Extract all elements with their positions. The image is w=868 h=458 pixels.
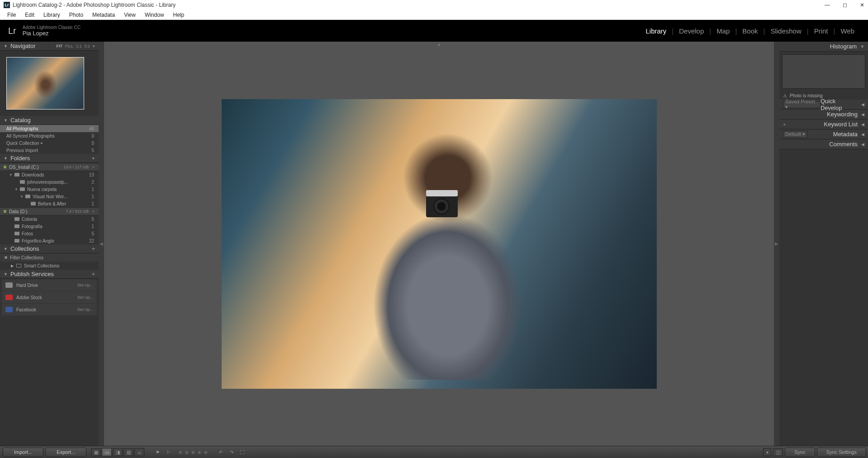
setup-link[interactable]: Set Up... [77,283,93,287]
navigator-thumbnail[interactable] [6,57,84,110]
maximize-button[interactable]: ◻ [843,2,847,8]
crop-icon[interactable]: ⛶ [237,448,247,456]
warning-icon: ⚠ [783,93,787,98]
chevron-left-icon: ◀ [861,142,864,147]
search-icon [5,256,7,259]
catalog-item[interactable]: All Synced Photographs0 [0,132,99,139]
menu-help[interactable]: Help [169,12,189,18]
folder-item[interactable]: Frigorifico Anglo22 [0,237,99,244]
menu-bar: FileEditLibraryPhotoMetadataViewWindowHe… [0,10,868,20]
sync-toggle-icon[interactable]: ◫ [773,448,783,456]
filter-dropdown-icon[interactable]: ▾ [763,448,771,456]
folder-item[interactable]: Colonia5 [0,215,99,223]
flag-pick-icon[interactable]: ⚑ [152,448,162,456]
dropdown[interactable]: Saved Preset ▾ [783,101,821,108]
minimize-button[interactable]: — [825,2,830,8]
grid-view-icon[interactable]: ▦ [91,448,101,456]
export-button[interactable]: Export... [45,448,86,457]
user-name: Pia Lopez [23,30,81,37]
catalog-item[interactable]: All Photographs46 [0,125,99,132]
panel-header-quick-develop[interactable]: Saved Preset ▾Quick Develop◀ [779,100,868,110]
add-icon[interactable]: + [783,122,786,127]
folder-item[interactable]: johnoverexposedp...2 [0,178,99,186]
rotate-ccw-icon[interactable]: ↶ [216,448,226,456]
navigator-preview[interactable] [0,51,99,116]
add-collection-button[interactable]: + [91,245,95,252]
add-folder-button[interactable]: + [91,155,95,162]
loupe-view-icon[interactable]: ▭ [102,448,112,456]
rating-stars[interactable]: ★★★★★ [178,449,209,456]
catalog-item[interactable]: Quick Collection +0 [0,139,99,147]
flag-reject-icon[interactable]: ⚐ [163,448,173,456]
folder-item[interactable]: Fotos5 [0,230,99,237]
menu-library[interactable]: Library [39,12,65,18]
main-photo[interactable] [222,99,657,389]
menu-metadata[interactable]: Metadata [88,12,119,18]
chevron-down-icon: ▼ [4,247,8,251]
module-map[interactable]: Map [711,27,735,35]
menu-window[interactable]: Window [140,12,169,18]
menu-photo[interactable]: Photo [65,12,88,18]
sync-button[interactable]: Sync [785,448,815,457]
smart-collections-row[interactable]: ▶ Smart Collections [0,262,99,270]
filter-collections-row[interactable]: Filter Collections [0,253,99,262]
zoom-3-1[interactable]: 3:1 [84,44,90,48]
setup-link[interactable]: Set Up... [77,307,93,312]
publish-service-item[interactable]: Adobe StockSet Up... [2,291,97,303]
compare-view-icon[interactable]: ◨ [113,448,123,456]
folder-item[interactable]: ▼Visual Noir Wor...1 [0,193,99,200]
folder-item[interactable]: Before & After1 [0,200,99,207]
folder-item[interactable]: ▼Downloads13 [0,171,99,178]
chevron-left-icon: ◀ [861,112,864,117]
publish-service-item[interactable]: FacebookSet Up... [2,304,97,315]
drive-row[interactable]: Data (D:)7.4 / 915 GB▼ [0,207,99,215]
folders-header[interactable]: ▼ Folders + [0,154,99,163]
catalog-item[interactable]: Previous Import5 [0,147,99,154]
module-book[interactable]: Book [737,27,763,35]
loupe-view[interactable]: ▲ [104,42,774,446]
menu-file[interactable]: File [3,12,20,18]
navigator-header[interactable]: ▼ Navigator FITFILL1:13:1▾ [0,42,99,51]
panel-header-comments[interactable]: Comments◀ [779,139,868,149]
people-view-icon[interactable]: ☺ [134,448,144,456]
panel-header-metadata[interactable]: Default ▾Metadata◀ [779,129,868,139]
module-web[interactable]: Web [835,27,860,35]
drive-row[interactable]: OS_Install (C:)13.6 / 117 GB▼ [0,163,99,171]
zoom-fit[interactable]: FIT [56,44,62,48]
module-library[interactable]: Library [640,27,672,35]
add-publish-button[interactable]: + [91,271,95,277]
folder-icon [31,202,36,205]
folder-item[interactable]: Fotografía1 [0,223,99,230]
publish-header[interactable]: ▼ Publish Services + [0,270,99,279]
right-expand-handle[interactable]: ▶ [774,42,779,446]
setup-link[interactable]: Set Up... [77,295,93,300]
close-button[interactable]: ✕ [860,2,864,8]
panel-header-keyword-list[interactable]: +Keyword List◀ [779,119,868,129]
import-button[interactable]: Import... [3,448,43,457]
menu-view[interactable]: View [119,12,140,18]
sync-settings-button[interactable]: Sync Settings [817,448,866,457]
collections-header[interactable]: ▼ Collections + [0,244,99,253]
chevron-left-icon: ◀ [861,132,864,137]
dropdown[interactable]: Default ▾ [783,131,807,138]
folder-item[interactable]: ▼Nueva carpeta1 [0,186,99,193]
app-icon: Lr [4,2,10,8]
chevron-left-icon: ◀ [861,122,864,127]
module-print[interactable]: Print [809,27,834,35]
top-expand-handle[interactable]: ▲ [430,42,448,45]
zoom-fill[interactable]: FILL [65,44,73,48]
module-slideshow[interactable]: Slideshow [765,27,806,35]
histogram-header[interactable]: Histogram ▼ [779,42,868,52]
zoom-1-1[interactable]: 1:1 [76,44,82,48]
service-icon [5,307,13,312]
left-expand-handle[interactable]: ◀ [99,42,104,446]
chevron-down-icon: ▼ [91,210,95,214]
module-develop[interactable]: Develop [674,27,709,35]
publish-service-item[interactable]: Hard DriveSet Up... [2,279,97,291]
chevron-down-icon: ▼ [860,44,864,49]
catalog-header[interactable]: ▼ Catalog [0,116,99,125]
zoom-dropdown-icon[interactable]: ▾ [93,44,95,48]
menu-edit[interactable]: Edit [20,12,39,18]
survey-view-icon[interactable]: ▥ [123,448,133,456]
rotate-cw-icon[interactable]: ↷ [227,448,237,456]
